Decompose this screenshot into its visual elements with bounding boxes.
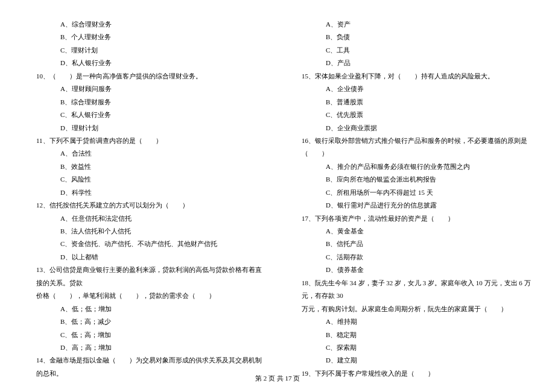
q11-option-a: A、合法性 — [24, 147, 265, 160]
q14-option-a: A、资产 — [290, 18, 531, 31]
q18-stem-line1: 18、阮先生今年 34 岁，妻子 32 岁，女儿 3 岁。家庭年收入 10 万元… — [290, 277, 531, 303]
q10-option-c: C、私人银行业务 — [24, 109, 265, 121]
q17-option-b: B、信托产品 — [290, 238, 531, 250]
q18-option-b: B、稳定期 — [290, 329, 531, 341]
page-footer: 第 2 页 共 17 页 — [0, 372, 555, 385]
q17-stem: 17、下列各项资产中，流动性最好的资产是（ ） — [290, 212, 531, 225]
q18-option-d: D、建立期 — [290, 354, 531, 367]
q12-option-c: C、资金信托、动产信托、不动产信托、其他财产信托 — [24, 238, 265, 250]
q14-option-d: D、产品 — [290, 57, 531, 69]
q15-stem: 15、宋体如果企业盈利下降，对（ ）持有人造成的风险最大。 — [290, 70, 531, 83]
q9-option-b: B、个人理财业务 — [24, 31, 265, 43]
q15-option-c: C、优先股票 — [290, 109, 531, 121]
q15-option-d: D、企业商业票据 — [290, 122, 531, 134]
q15-option-a: A、企业债券 — [290, 83, 531, 95]
q17-option-a: A、黄金基金 — [290, 225, 531, 238]
q16-option-c: C、所租用场所一年内不得超过 15 天 — [290, 186, 531, 199]
q13-option-c: C、低；高；增加 — [24, 329, 265, 341]
q10-option-a: A、理财顾问服务 — [24, 83, 265, 95]
q17-option-d: D、债券基金 — [290, 264, 531, 276]
q13-option-a: A、低；低；增加 — [24, 303, 265, 315]
q14-option-b: B、负债 — [290, 31, 531, 43]
q12-option-a: A、任意信托和法定信托 — [24, 212, 265, 225]
q16-option-b: B、应向所在地的银监会派出机构报告 — [290, 173, 531, 186]
q11-stem: 11、下列不属于贷前调查内容的是（ ） — [24, 134, 265, 147]
q18-option-c: C、探索期 — [290, 341, 531, 354]
q9-option-c: C、理财计划 — [24, 44, 265, 57]
q18-option-a: A、维持期 — [290, 315, 531, 328]
q10-option-b: B、综合理财服务 — [24, 96, 265, 109]
q12-option-d: D、以上都错 — [24, 251, 265, 264]
q9-option-d: D、私人银行业务 — [24, 57, 265, 69]
q13-option-b: B、低；高；减少 — [24, 315, 265, 328]
q17-option-c: C、活期存款 — [290, 251, 531, 264]
q12-option-b: B、法人信托和个人信托 — [24, 225, 265, 238]
q15-option-b: B、普通股票 — [290, 96, 531, 109]
q18-stem-line2: 万元，有购房计划。从家庭生命周期分析，阮先生的家庭属于（ ） — [290, 303, 531, 315]
q10-stem: 10、（ ）是一种向高净值客户提供的综合理财业务。 — [24, 70, 265, 83]
q11-option-c: C、风险性 — [24, 173, 265, 186]
q12-stem: 12、信托按信托关系建立的方式可以划分为（ ） — [24, 199, 265, 212]
q13-option-d: D、高；高；增加 — [24, 341, 265, 354]
q16-option-a: A、推介的产品和服务必须在银行的业务范围之内 — [290, 160, 531, 173]
q14-option-c: C、工具 — [290, 44, 531, 57]
q11-option-b: B、效益性 — [24, 160, 265, 173]
q11-option-d: D、科学性 — [24, 186, 265, 199]
q16-stem: 16、银行采取外部营销方式推介银行产品和服务的时候，不必要遵循的原则是（ ） — [290, 134, 531, 160]
q16-option-d: D、银行需对产品进行充分的信息披露 — [290, 199, 531, 212]
q13-stem-line2: 价格（ ），单笔利润就（ ），贷款的需求会（ ） — [24, 289, 265, 302]
q13-stem-line1: 13、公司信贷是商业银行主要的盈利来源，贷款利润的高低与贷款价格有着直接的关系。… — [24, 264, 265, 289]
q10-option-d: D、理财计划 — [24, 122, 265, 134]
q9-option-a: A、综合理财业务 — [24, 18, 265, 31]
